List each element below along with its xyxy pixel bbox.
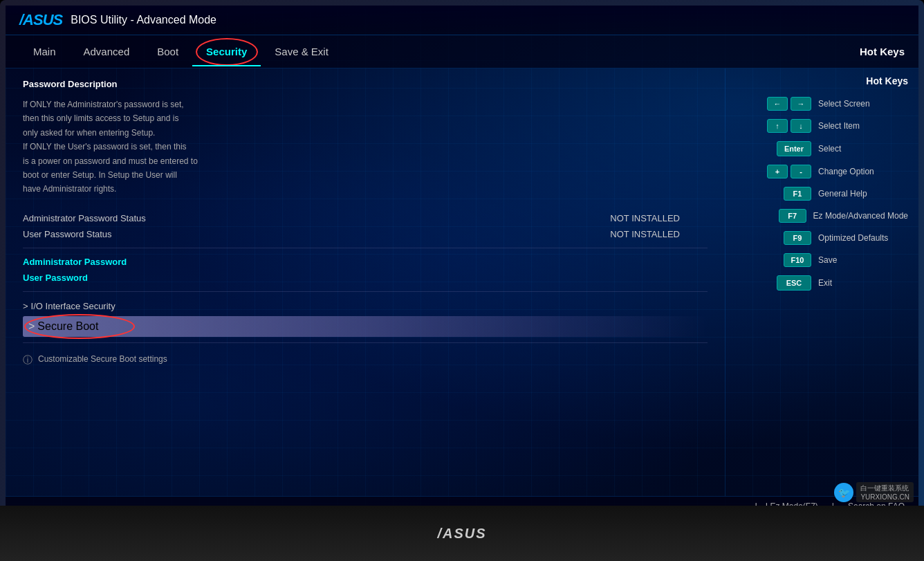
desc-line-7: have Administrator rights. bbox=[23, 184, 116, 194]
secure-boot-item[interactable]: > Secure Boot bbox=[23, 316, 708, 337]
select-screen-desc: Select Screen bbox=[818, 99, 908, 109]
f10-key-group: F10 bbox=[784, 253, 811, 267]
secure-boot-arrow-icon: > bbox=[28, 320, 35, 333]
asus-logo: /ASUS bbox=[19, 11, 62, 29]
bios-screen: /ASUS BIOS Utility - Advanced Mode Main … bbox=[6, 6, 918, 506]
user-password-label: User Password bbox=[23, 273, 88, 283]
bios-footer: I→I Ez Mode(F7) | Search on FAQ bbox=[6, 496, 918, 506]
hotkey-select-item: ↑ ↓ Select Item bbox=[736, 119, 908, 133]
admin-password-label: Administrator Password bbox=[23, 257, 127, 267]
enter-desc: Select bbox=[818, 144, 908, 154]
user-password-status-label: User Password Status bbox=[23, 229, 112, 239]
user-password-status-row: User Password Status NOT INSTALLED bbox=[23, 226, 708, 242]
tab-advanced[interactable]: Advanced bbox=[70, 37, 144, 66]
secure-boot-label: Secure Boot bbox=[37, 320, 98, 333]
ez-mode-desc: Ez Mode/Advanced Mode bbox=[813, 211, 908, 221]
tab-save-exit[interactable]: Save & Exit bbox=[261, 37, 342, 66]
hotkey-optimized-defaults: F9 Optimized Defaults bbox=[736, 231, 908, 245]
watermark: 🐦 白一键重装系统YURXIONG.CN bbox=[834, 482, 914, 502]
f9-key-group: F9 bbox=[784, 231, 811, 245]
hotkey-general-help: F1 General Help bbox=[736, 187, 908, 201]
secure-boot-container: > Secure Boot bbox=[23, 316, 708, 337]
optimized-defaults-desc: Optimized Defaults bbox=[818, 233, 908, 243]
hotkey-ez-mode: F7 Ez Mode/Advanced Mode bbox=[736, 209, 908, 223]
tab-boot[interactable]: Boot bbox=[143, 37, 192, 66]
left-panel: Password Description If ONLY the Adminis… bbox=[6, 68, 725, 496]
password-description-text: If ONLY the Administrator's password is … bbox=[23, 98, 313, 196]
hotkey-exit: ESC Exit bbox=[736, 275, 908, 291]
select-screen-keys: ← → bbox=[767, 97, 811, 111]
admin-password-status-row: Administrator Password Status NOT INSTAL… bbox=[23, 210, 708, 226]
io-interface-security-label: I/O Interface Security bbox=[31, 301, 115, 311]
bios-content: Password Description If ONLY the Adminis… bbox=[6, 68, 918, 496]
hotkeys-title: Hot Keys bbox=[736, 75, 908, 86]
desc-line-5: is a power on password and must be enter… bbox=[23, 156, 198, 166]
bios-title: BIOS Utility - Advanced Mode bbox=[71, 14, 216, 26]
exit-desc: Exit bbox=[818, 278, 908, 288]
select-item-desc: Select Item bbox=[818, 121, 908, 131]
divider-1 bbox=[23, 248, 708, 248]
user-password-row[interactable]: User Password bbox=[23, 270, 708, 286]
enter-key: Enter bbox=[777, 141, 811, 156]
right-panel: Hot Keys ← → Select Screen ↑ ↓ Select It… bbox=[725, 68, 918, 496]
f7-key-group: F7 bbox=[779, 209, 806, 223]
info-icon: ⓘ bbox=[23, 354, 33, 367]
bios-header: /ASUS BIOS Utility - Advanced Mode bbox=[6, 6, 918, 35]
divider-2 bbox=[23, 291, 708, 292]
hotkey-change-option: + - Change Option bbox=[736, 165, 908, 178]
tab-security[interactable]: Security bbox=[192, 37, 261, 66]
hotkeys-label: Hot Keys bbox=[860, 46, 905, 57]
password-description-title: Password Description bbox=[23, 79, 708, 89]
right-arrow-key: → bbox=[791, 97, 811, 111]
plus-key: + bbox=[767, 165, 788, 178]
tab-main[interactable]: Main bbox=[19, 37, 70, 66]
f7-key: F7 bbox=[779, 209, 806, 223]
secure-boot-info: ⓘ Customizable Secure Boot settings bbox=[23, 349, 708, 372]
admin-password-row[interactable]: Administrator Password bbox=[23, 254, 708, 270]
hotkey-select-screen: ← → Select Screen bbox=[736, 97, 908, 111]
down-arrow-key: ↓ bbox=[791, 119, 811, 133]
up-arrow-key: ↑ bbox=[767, 119, 788, 133]
user-password-status-value: NOT INSTALLED bbox=[610, 229, 680, 239]
secure-boot-info-text: Customizable Secure Boot settings bbox=[38, 354, 167, 364]
minus-key: - bbox=[791, 165, 811, 178]
admin-password-status-value: NOT INSTALLED bbox=[610, 213, 680, 223]
f1-key-group: F1 bbox=[784, 187, 811, 201]
admin-password-status-label: Administrator Password Status bbox=[23, 213, 146, 223]
ez-mode-footer[interactable]: I→I Ez Mode(F7) bbox=[755, 502, 817, 506]
enter-key-group: Enter bbox=[777, 141, 811, 156]
hotkey-save: F10 Save bbox=[736, 253, 908, 267]
desc-line-2: then this only limits access to Setup an… bbox=[23, 113, 178, 123]
desc-line-6: boot or enter Setup. In Setup the User w… bbox=[23, 170, 177, 180]
io-interface-security-item[interactable]: > I/O Interface Security bbox=[23, 297, 708, 315]
settings-table: Administrator Password Status NOT INSTAL… bbox=[23, 210, 708, 286]
monitor-bezel: /ASUS BIOS Utility - Advanced Mode Main … bbox=[0, 0, 924, 561]
save-desc: Save bbox=[818, 255, 908, 265]
watermark-text: 白一键重装系统YURXIONG.CN bbox=[856, 482, 914, 502]
twitter-icon: 🐦 bbox=[834, 483, 853, 502]
desc-line-4: If ONLY the User's password is set, then… bbox=[23, 142, 187, 151]
hotkey-enter: Enter Select bbox=[736, 141, 908, 156]
bottom-bezel: /ASUS bbox=[0, 506, 924, 561]
desc-line-1: If ONLY the Administrator's password is … bbox=[23, 100, 184, 109]
f10-key: F10 bbox=[784, 253, 811, 267]
esc-key: ESC bbox=[777, 275, 811, 291]
left-arrow-key: ← bbox=[767, 97, 788, 111]
esc-key-group: ESC bbox=[777, 275, 811, 291]
io-arrow-icon: > bbox=[23, 301, 28, 311]
asus-logo-bottom: /ASUS bbox=[437, 526, 486, 542]
f1-key: F1 bbox=[784, 187, 811, 201]
desc-line-3: only asked for when entering Setup. bbox=[23, 128, 155, 138]
change-option-keys: + - bbox=[767, 165, 811, 178]
f9-key: F9 bbox=[784, 231, 811, 245]
select-item-keys: ↑ ↓ bbox=[767, 119, 811, 133]
nav-tabs: Main Advanced Boot Security Save & Exit … bbox=[6, 35, 918, 68]
divider-3 bbox=[23, 342, 708, 343]
change-option-desc: Change Option bbox=[818, 167, 908, 176]
general-help-desc: General Help bbox=[818, 189, 908, 199]
